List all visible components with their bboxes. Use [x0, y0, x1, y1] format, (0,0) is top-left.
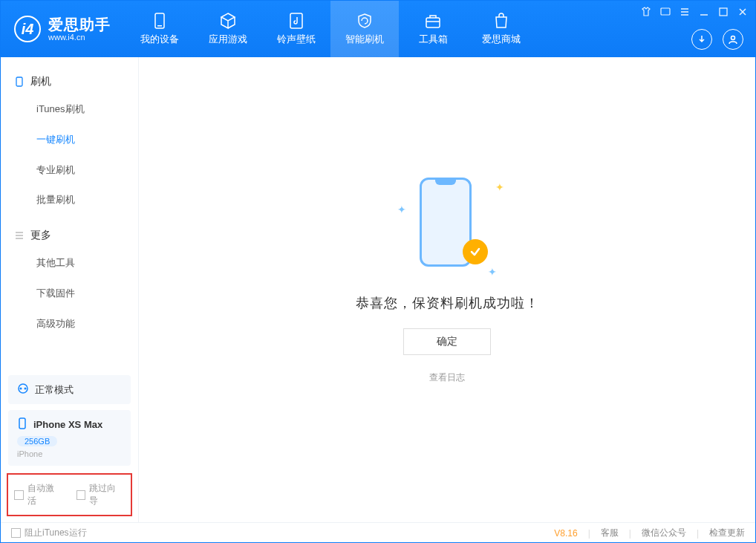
sparkle-icon: ✦ [488, 266, 495, 273]
tshirt-icon[interactable] [639, 5, 653, 19]
sidebar-section-flash: 刷机 [1, 69, 138, 94]
svg-rect-11 [19, 418, 25, 429]
svg-rect-5 [720, 8, 727, 16]
svg-rect-4 [661, 8, 670, 15]
ok-button[interactable]: 确定 [403, 328, 491, 355]
toolbox-icon [424, 12, 442, 30]
tab-store[interactable]: 爱思商城 [467, 1, 535, 57]
tab-smart-flash[interactable]: 智能刷机 [330, 1, 399, 57]
success-check-icon [463, 239, 488, 264]
sidebar-item-other-tools[interactable]: 其他工具 [1, 248, 138, 279]
list-icon [14, 230, 25, 241]
success-message: 恭喜您，保资料刷机成功啦！ [356, 294, 539, 312]
minimize-icon[interactable] [697, 5, 711, 19]
checkbox-skip-guide[interactable]: 跳过向导 [76, 482, 126, 507]
device-storage-badge: 256GB [17, 436, 57, 446]
footer-link-update[interactable]: 检查更新 [709, 527, 745, 539]
user-icon[interactable] [723, 29, 743, 50]
close-icon[interactable] [736, 5, 749, 19]
window-controls [639, 5, 749, 19]
success-illustration: ✦ ✦ ✦ [391, 166, 503, 278]
sidebar-item-advanced[interactable]: 高级功能 [1, 309, 138, 339]
footer-link-support[interactable]: 客服 [601, 527, 619, 539]
sidebar: 刷机 iTunes刷机 一键刷机 专业刷机 批量刷机 更多 其他工具 下载固件 … [1, 57, 139, 522]
svg-point-10 [25, 388, 27, 390]
device-icon [151, 12, 169, 30]
menu-icon[interactable] [678, 5, 691, 19]
device-name: iPhone XS Max [33, 419, 102, 430]
tab-ringtone-wallpaper[interactable]: 铃声壁纸 [262, 1, 330, 57]
logo-icon: i4 [14, 16, 41, 42]
main-tabs: 我的设备 应用游戏 铃声壁纸 智能刷机 工具箱 爱思商城 [126, 1, 535, 57]
svg-rect-2 [290, 13, 302, 28]
tab-apps-games[interactable]: 应用游戏 [194, 1, 262, 57]
sidebar-item-batch-flash[interactable]: 批量刷机 [1, 185, 138, 215]
sparkle-icon: ✦ [397, 204, 405, 211]
phone-small-icon [14, 77, 25, 87]
svg-point-6 [731, 36, 735, 40]
cube-icon [219, 12, 237, 30]
maximize-icon[interactable] [717, 5, 730, 19]
header: i4 爱思助手 www.i4.cn 我的设备 应用游戏 铃声壁纸 智能刷机 工具… [1, 1, 755, 57]
view-log-link[interactable]: 查看日志 [429, 371, 465, 384]
svg-rect-1 [157, 25, 162, 27]
download-icon[interactable] [691, 29, 712, 50]
app-subtitle: www.i4.cn [48, 33, 111, 42]
sidebar-item-oneclick-flash[interactable]: 一键刷机 [1, 125, 138, 155]
music-file-icon [287, 12, 305, 30]
footer: 阻止iTunes运行 V8.16 | 客服 | 微信公众号 | 检查更新 [1, 522, 755, 543]
svg-point-9 [20, 388, 22, 390]
footer-link-wechat[interactable]: 微信公众号 [642, 527, 686, 539]
tab-my-device[interactable]: 我的设备 [126, 1, 194, 57]
tab-toolbox[interactable]: 工具箱 [399, 1, 467, 57]
checkbox-block-itunes[interactable]: 阻止iTunes运行 [11, 527, 87, 539]
sidebar-item-pro-flash[interactable]: 专业刷机 [1, 155, 138, 186]
device-type: iPhone [17, 449, 122, 458]
device-mode-label: 正常模式 [35, 383, 74, 397]
svg-rect-3 [426, 18, 440, 27]
device-card[interactable]: iPhone XS Max 256GB iPhone [8, 410, 131, 466]
sidebar-item-itunes-flash[interactable]: iTunes刷机 [1, 94, 138, 125]
refresh-shield-icon [356, 12, 374, 30]
sidebar-section-more: 更多 [1, 223, 138, 248]
feedback-icon[interactable] [659, 5, 672, 19]
svg-rect-7 [16, 77, 22, 86]
mode-icon [17, 383, 29, 397]
sidebar-item-download-firmware[interactable]: 下载固件 [1, 279, 138, 309]
checkbox-auto-activate[interactable]: 自动激活 [14, 482, 63, 507]
bag-icon [492, 12, 510, 30]
sparkle-icon: ✦ [495, 181, 503, 189]
device-mode-card[interactable]: 正常模式 [8, 375, 131, 404]
logo-area: i4 爱思助手 www.i4.cn [1, 1, 126, 57]
options-highlight-box: 自动激活 跳过向导 [7, 473, 132, 516]
device-phone-icon [17, 417, 27, 432]
main-content: ✦ ✦ ✦ 恭喜您，保资料刷机成功啦！ 确定 查看日志 [139, 57, 755, 522]
app-title: 爱思助手 [48, 16, 111, 33]
version-label: V8.16 [554, 528, 577, 539]
header-action-icons [691, 29, 743, 50]
